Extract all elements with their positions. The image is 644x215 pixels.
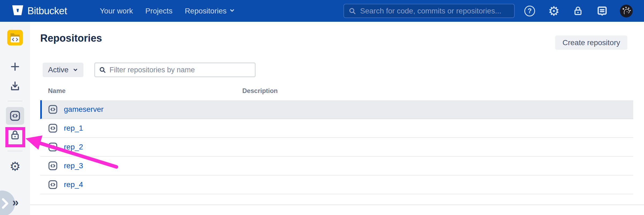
feedback-button[interactable] [596,5,609,17]
security-button[interactable] [572,5,584,17]
sidebar-item-repositories[interactable] [6,107,24,125]
repository-icon [48,142,58,152]
search-icon [348,7,356,15]
status-filter-value: Active [48,66,68,74]
expand-sidebar-button[interactable]: » [12,197,19,208]
chevron-down-icon [73,67,78,73]
repository-filter-input[interactable] [109,66,251,74]
sidebar-item-settings[interactable]: ⚙ [0,160,30,173]
gear-icon: ⚙ [9,160,20,173]
bitbucket-wordmark: Bitbucket [27,5,67,17]
sidebar-divider [8,101,23,101]
nav-action-icons: ? ⚙ [523,0,633,22]
repository-link[interactable]: rep_1 [64,124,83,132]
repository-link[interactable]: rep_3 [64,162,83,170]
search-icon [99,66,106,74]
project-avatar[interactable] [0,30,30,45]
lock-icon [9,129,21,141]
bitbucket-bucket-icon [12,5,24,17]
create-repository-button[interactable]: Create repository [555,35,627,50]
repository-link[interactable]: rep_2 [64,143,83,151]
plus-icon [9,61,21,72]
column-header-name: Name [48,87,65,95]
global-search[interactable] [343,4,515,18]
main-content: Repositories Create repository Active Na… [30,22,644,205]
repository-filter[interactable] [94,63,255,77]
help-button[interactable]: ? [523,5,536,17]
repository-icon [48,123,58,133]
status-filter-dropdown[interactable]: Active [43,63,83,77]
page-title: Repositories [40,33,102,44]
chevron-down-icon [229,7,235,15]
settings-button[interactable]: ⚙ [547,5,560,17]
repository-icon [48,161,58,171]
bitbucket-logo[interactable]: Bitbucket [12,0,67,22]
gear-icon: ⚙ [548,5,559,17]
top-navigation-bar: Bitbucket Your work Projects Repositorie… [0,0,644,22]
repository-table: gameserver rep_1 rep_2 [40,100,633,194]
lock-icon [572,5,584,17]
feedback-icon [596,5,608,17]
repository-icon [48,104,58,114]
sidebar-divider [8,151,23,151]
table-row-rep-1[interactable]: rep_1 [40,119,633,138]
global-search-input[interactable] [360,7,510,15]
user-avatar[interactable] [620,5,633,17]
download-icon [9,80,21,92]
chevron-right-icon [1,198,9,209]
table-row-rep-2[interactable]: rep_2 [40,138,633,157]
table-row-rep-4[interactable]: rep_4 [40,175,633,194]
repository-icon [48,180,58,190]
bitbucket-app: Bitbucket Your work Projects Repositorie… [0,0,644,215]
nav-your-work[interactable]: Your work [100,7,133,15]
table-row-rep-3[interactable]: rep_3 [40,157,633,175]
sidebar-item-security[interactable] [0,129,30,141]
primary-nav-links: Your work Projects Repositories [100,0,235,22]
left-sidebar: ⚙ » [0,22,30,215]
repository-link[interactable]: rep_4 [64,180,83,189]
nav-projects[interactable]: Projects [145,7,172,15]
code-icon [9,110,21,122]
nav-repositories[interactable]: Repositories [185,7,235,15]
import-button[interactable] [0,80,30,92]
table-row-gameserver[interactable]: gameserver [40,100,633,119]
help-icon: ? [524,6,535,16]
repository-link[interactable]: gameserver [64,105,104,114]
create-button[interactable] [0,61,30,72]
column-header-description: Description [242,87,278,95]
